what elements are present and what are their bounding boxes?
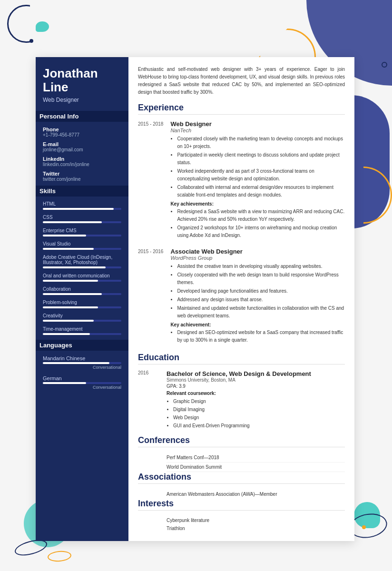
skill-item: Enterprise CMS: [43, 228, 121, 236]
skill-item: Creativity: [43, 313, 121, 322]
association-item: American Webmasters Association (AWA)—Me…: [167, 490, 345, 499]
skill-bar-bg: [43, 306, 121, 308]
experience-section-title: Experience: [138, 103, 345, 115]
bullet-item: Cooperated closely with the marketing te…: [177, 135, 345, 150]
skill-item: Adobe Creative Cloud (InDesign, Illustra…: [43, 255, 121, 268]
skill-bar-bg: [43, 266, 121, 268]
coursework-item: Digital Imaging: [173, 405, 345, 413]
main-content: Enthusiastic and self-motivated web desi…: [128, 57, 354, 541]
contact-value: linkedin.com/in/jonline: [43, 162, 121, 167]
deco-dot: [29, 39, 33, 43]
deco-orange-dot-br: [362, 525, 366, 529]
associations-list: American Webmasters Association (AWA)—Me…: [138, 490, 345, 499]
languages-header: Languages: [36, 340, 128, 351]
conference-item: World Domination Summit: [167, 463, 345, 472]
skill-bar-fill: [43, 333, 90, 335]
skill-bar-bg: [43, 248, 121, 250]
conferences-list: Perf Matters Conf—2018World Domination S…: [138, 453, 345, 472]
bullet-item: Addressed any design issues that arose.: [177, 296, 345, 304]
interest-item: Cyberpunk literature: [167, 516, 345, 524]
skill-bar-fill: [43, 320, 94, 322]
interest-item: Triathlon: [167, 524, 345, 532]
exp-company: NanTech: [170, 128, 345, 133]
edu-gpa: GPA: 3.9: [167, 384, 345, 389]
interests-section-title: Interests: [138, 499, 345, 511]
bullet-item: Collaborated with internal and external …: [177, 184, 345, 199]
skill-item: Oral and written communication: [43, 273, 121, 282]
skill-item: Visual Studio: [43, 241, 121, 250]
skill-bar-bg: [43, 235, 121, 236]
exp-bullets: Cooperated closely with the marketing te…: [170, 135, 345, 199]
skill-bar-bg: [43, 333, 121, 335]
education-block: 2016 Bachelor of Science, Web Design & D…: [138, 370, 345, 430]
skill-name: Enterprise CMS: [43, 228, 121, 233]
skill-name: Problem-solving: [43, 300, 121, 305]
bullet-item: Maintained and updated website functiona…: [177, 305, 345, 320]
contact-label: E-mail: [43, 141, 121, 147]
achievement-header: Key achievement:: [170, 322, 345, 327]
education-list: 2016 Bachelor of Science, Web Design & D…: [138, 370, 345, 430]
exp-content: Associate Web Designer WordPress Group A…: [170, 248, 345, 345]
coursework-item: GUI and Event-Driven Programming: [173, 422, 345, 430]
skill-bar-fill: [43, 208, 114, 210]
contact-item: Twittertwitter.com/jonline: [43, 171, 121, 182]
edu-degree: Bachelor of Science, Web Design & Develo…: [167, 370, 345, 377]
skill-bar-fill: [43, 221, 102, 223]
lang-bar-bg: [43, 382, 121, 384]
lang-bar-bg: [43, 362, 121, 364]
contact-label: Twitter: [43, 171, 121, 177]
language-item: German Conversational: [43, 375, 121, 390]
skill-bar-fill: [43, 235, 86, 236]
achievement-item: Organized 2 workshops for 10+ interns on…: [177, 224, 345, 239]
bullet-item: Worked independently and as part of 3 cr…: [177, 167, 345, 183]
contact-label: Phone: [43, 127, 121, 132]
achievement-bullets: Redesigned a SaaS website with a view to…: [170, 208, 345, 239]
exp-job-title: Associate Web Designer: [170, 248, 345, 255]
achievement-header: Key achievements:: [170, 201, 345, 207]
skill-bar-bg: [43, 320, 121, 322]
contact-value: jonline@gmail.com: [43, 147, 121, 152]
experience-block: 2015 - 2018 Web Designer NanTech Coopera…: [138, 120, 345, 240]
edu-school: Simmons University, Boston, MA: [167, 377, 345, 383]
skills-section: HTML CSS Enterprise CMS Visual Studio Ad…: [43, 201, 121, 335]
skill-name: Visual Studio: [43, 241, 121, 246]
exp-content: Web Designer NanTech Cooperated closely …: [170, 120, 345, 240]
education-section-title: Education: [138, 353, 345, 364]
skill-bar-fill: [43, 280, 98, 282]
skill-name: Time-management: [43, 326, 121, 332]
lang-bar-fill: [43, 362, 109, 364]
bullet-item: Assisted the creative team in developing…: [177, 263, 345, 270]
experience-block: 2015 - 2016 Associate Web Designer WordP…: [138, 248, 345, 345]
edu-content: Bachelor of Science, Web Design & Develo…: [167, 370, 345, 430]
achievement-bullets: Designed an SEO-optimized website for a …: [170, 329, 345, 344]
skill-bar-bg: [43, 280, 121, 282]
skill-name: Collaboration: [43, 286, 121, 292]
skill-bar-fill: [43, 293, 102, 295]
coursework-item: Graphic Design: [173, 397, 345, 405]
contact-item: Phone+1-799-456-8777: [43, 127, 121, 138]
interests-list: Cyberpunk literatureTriathlon: [138, 516, 345, 532]
conferences-section-title: Conferences: [138, 435, 345, 447]
skill-bar-fill: [43, 306, 98, 308]
contact-item: LinkedInlinkedin.com/in/jonline: [43, 156, 121, 167]
skill-name: Oral and written communication: [43, 273, 121, 278]
skill-bar-fill: [43, 248, 94, 250]
coursework-list: Graphic DesignDigital ImagingWeb DesignG…: [167, 397, 345, 430]
associations-section-title: Associations: [138, 472, 345, 484]
personal-info-header: Personal Info: [36, 111, 128, 122]
deco-green-blob: [36, 21, 49, 32]
bullet-item: Closely cooperated with the web design t…: [177, 271, 345, 286]
language-name: German: [43, 375, 121, 381]
bullet-item: Developed landing page functionalities a…: [177, 287, 345, 295]
coursework-item: Web Design: [173, 413, 345, 422]
coursework-header: Relevant coursework:: [167, 391, 345, 396]
exp-job-title: Web Designer: [170, 120, 345, 128]
exp-dates: 2015 - 2016: [138, 248, 163, 345]
resume: Jonathan Line Web Designer Personal Info…: [36, 57, 354, 541]
language-level: Conversational: [43, 385, 121, 390]
sidebar: Jonathan Line Web Designer Personal Info…: [36, 57, 128, 541]
skill-name: CSS: [43, 215, 121, 220]
languages-section: Mandarin Chinese ConversationalGerman Co…: [43, 355, 121, 390]
skill-item: Collaboration: [43, 286, 121, 295]
skill-item: CSS: [43, 215, 121, 223]
